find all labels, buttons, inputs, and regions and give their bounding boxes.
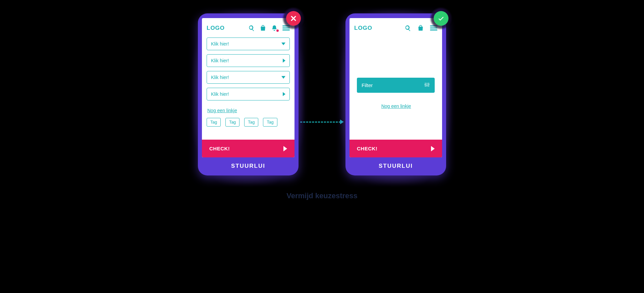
tag-chip[interactable]: Tag xyxy=(207,118,221,127)
extra-link-good[interactable]: Nog een linkje xyxy=(381,103,411,109)
comparison-diagram: LOGO xyxy=(171,13,473,200)
chevron-down-icon xyxy=(281,43,285,45)
tag-row: Tag Tag Tag Tag xyxy=(207,118,290,129)
dropdown-3[interactable]: Klik hier! xyxy=(207,71,290,84)
cta-label: CHECK! xyxy=(209,146,230,151)
bag-icon[interactable] xyxy=(260,25,266,31)
tag-chip[interactable]: Tag xyxy=(244,118,258,127)
sliders-icon xyxy=(424,82,430,89)
cta-label: CHECK! xyxy=(357,146,377,151)
nav-button-2-label: Klik hier! xyxy=(211,58,229,63)
extra-link-bad[interactable]: Nog een linkje xyxy=(207,108,290,113)
tag-chip[interactable]: Tag xyxy=(263,118,277,127)
phone-good-example: LOGO xyxy=(345,13,446,175)
logo-text: LOGO xyxy=(207,25,225,31)
notification-dot xyxy=(276,29,279,32)
play-right-icon xyxy=(283,146,287,151)
chevron-down-icon xyxy=(281,76,285,79)
filter-button[interactable]: Filter xyxy=(357,78,435,93)
device-brand-label: STUURLUI xyxy=(350,163,442,169)
check-icon xyxy=(434,11,448,26)
nav-button-4-label: Klik hier! xyxy=(211,91,229,97)
app-header-bad: LOGO xyxy=(207,25,290,31)
search-icon[interactable] xyxy=(405,25,411,31)
nav-button-4[interactable]: Klik hier! xyxy=(207,88,290,100)
device-brand-label: STUURLUI xyxy=(202,163,294,169)
nav-button-2[interactable]: Klik hier! xyxy=(207,54,290,67)
badge-good xyxy=(432,9,450,27)
dropdown-3-label: Klik hier! xyxy=(211,75,229,80)
cta-button-bad[interactable]: CHECK! xyxy=(202,140,294,157)
phone-bad-example: LOGO xyxy=(198,13,299,175)
cta-button-good[interactable]: CHECK! xyxy=(350,140,442,157)
tag-chip[interactable]: Tag xyxy=(225,118,239,127)
bell-icon[interactable] xyxy=(271,25,278,31)
chevron-right-icon xyxy=(283,59,285,63)
dropdown-1-label: Klik hier! xyxy=(211,41,229,47)
cross-icon xyxy=(286,11,301,26)
badge-bad xyxy=(284,9,303,27)
search-icon[interactable] xyxy=(248,25,255,31)
logo-text: LOGO xyxy=(354,25,372,31)
figure-caption: Vermijd keuzestress xyxy=(171,192,473,200)
play-right-icon xyxy=(431,146,435,151)
chevron-right-icon xyxy=(283,92,285,96)
bag-icon[interactable] xyxy=(417,25,424,31)
app-header-good: LOGO xyxy=(354,25,437,31)
filter-label: Filter xyxy=(362,82,373,88)
dropdown-1[interactable]: Klik hier! xyxy=(207,38,290,50)
arrow-between-phones xyxy=(300,120,344,124)
